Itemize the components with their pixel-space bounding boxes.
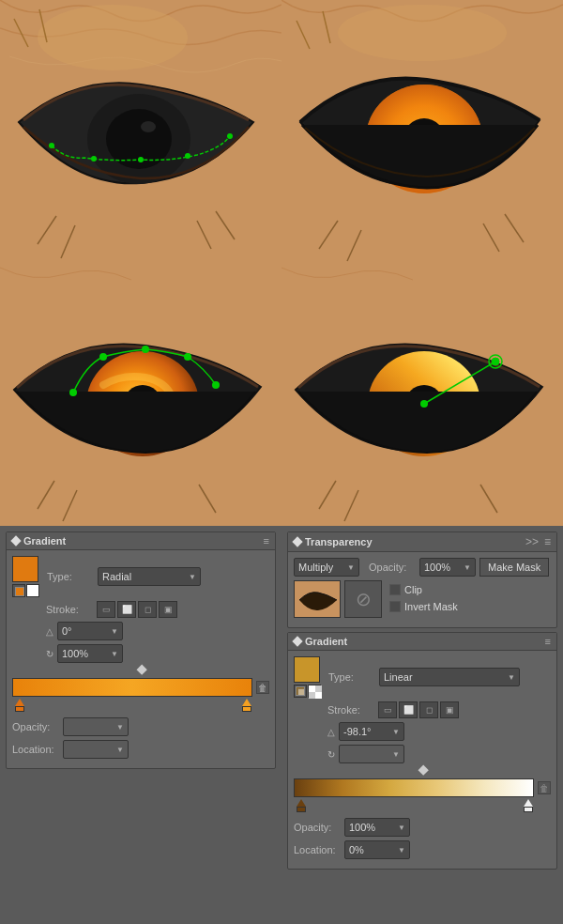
clip-label: Clip — [404, 584, 422, 595]
panel-header-left-title: Gradient — [12, 535, 66, 547]
left-angle-select[interactable]: 0° ▼ — [57, 622, 123, 640]
left-stop-left-triangle[interactable] — [15, 699, 24, 706]
left-stop-right-swatch[interactable] — [242, 706, 251, 712]
transparency-header-title: Transparency — [294, 536, 373, 547]
transparency-panel-header[interactable]: Transparency >> ≡ — [288, 532, 556, 552]
left-opacity-row: Opacity: ▼ — [12, 717, 269, 736]
left-opacity-arrow: ▼ — [116, 723, 124, 732]
right-stroke-btn-3[interactable]: ◻ — [419, 701, 438, 718]
right-gradient-diamond-handle[interactable] — [418, 765, 429, 776]
eye-image-1 — [0, 0, 282, 263]
right-type-row: Type: Linear ▼ — [294, 656, 551, 698]
right-stop-right-triangle[interactable] — [524, 799, 533, 807]
right-swatch-bg[interactable] — [308, 685, 321, 698]
transparency-menu-icon[interactable]: ≡ — [544, 535, 551, 548]
right-scale-select[interactable]: ▼ — [339, 745, 404, 763]
stroke-btn-1[interactable]: ▭ — [97, 601, 115, 618]
stroke-btn-2[interactable]: ⬜ — [117, 601, 136, 618]
left-type-select[interactable]: Radial ▼ — [98, 567, 201, 586]
invert-mask-row: Invert Mask — [389, 601, 458, 612]
right-type-select[interactable]: Linear ▼ — [379, 668, 520, 686]
right-angle-arrow: ▼ — [392, 728, 400, 736]
right-scale-arrow: ▼ — [392, 750, 400, 759]
right-opacity-label: Opacity: — [294, 822, 341, 833]
right-gradient-header[interactable]: Gradient ≡ — [288, 633, 556, 651]
right-gradient-title-text: Gradient — [305, 636, 347, 647]
right-location-label: Location: — [294, 844, 341, 855]
svg-point-9 — [227, 133, 233, 139]
stroke-btn-4[interactable]: ▣ — [159, 601, 177, 618]
left-gradient-panel-header[interactable]: Gradient ≡ — [7, 532, 275, 550]
left-swatch-fg[interactable] — [12, 584, 25, 597]
svg-point-8 — [185, 153, 190, 159]
left-gradient-header-right: ≡ — [264, 535, 269, 547]
right-stroke-buttons: ▭ ⬜ ◻ ▣ — [378, 701, 459, 718]
right-stop-left-swatch[interactable] — [297, 807, 306, 812]
svg-point-6 — [91, 156, 97, 162]
left-opacity-select[interactable]: ▼ — [63, 717, 129, 736]
right-opacity-value: 100% — [349, 822, 375, 833]
clip-checkbox[interactable] — [389, 584, 401, 595]
left-gradient-diamond-handle[interactable] — [137, 665, 147, 675]
transparency-expand-icon[interactable]: >> — [525, 535, 539, 548]
right-stroke-btn-2[interactable]: ⬜ — [399, 701, 418, 718]
right-gradient-bar[interactable] — [294, 778, 534, 797]
transparency-mode-arrow: ▼ — [347, 563, 355, 572]
right-stroke-btn-4[interactable]: ▣ — [440, 701, 459, 718]
right-stroke-btn-1[interactable]: ▭ — [378, 701, 397, 718]
left-gradient-panel: Gradient ≡ — [6, 531, 276, 769]
make-mask-button[interactable]: Make Mask — [479, 558, 549, 577]
right-gradient-bar-wrapper: 🗑 — [294, 769, 551, 812]
right-location-select[interactable]: 0% ▼ — [344, 840, 410, 859]
left-type-value: Radial — [102, 571, 131, 582]
left-opacity-label: Opacity: — [12, 721, 59, 732]
left-angle-value: 0° — [62, 625, 72, 637]
left-stop-left-swatch[interactable] — [15, 706, 24, 712]
right-gradient-delete[interactable]: 🗑 — [538, 781, 551, 794]
right-location-value: 0% — [349, 844, 364, 855]
right-angle-select[interactable]: -98.1° ▼ — [339, 722, 404, 741]
left-swatch-bg[interactable] — [26, 584, 39, 597]
transparency-mask-row: ⊘ Clip Invert Mask — [294, 580, 551, 618]
right-gradient-header-title: Gradient — [294, 636, 347, 647]
transparency-no-mask[interactable]: ⊘ — [344, 580, 382, 618]
stroke-btn-3[interactable]: ◻ — [138, 601, 157, 618]
eye-image-2 — [282, 0, 563, 263]
left-angle-row: △ 0° ▼ — [12, 622, 269, 640]
left-gradient-menu-icon[interactable]: ≡ — [264, 535, 269, 547]
stroke-label: Stroke: — [46, 604, 93, 615]
left-gradient-swatch-main[interactable] — [12, 556, 38, 582]
left-location-label: Location: — [12, 744, 59, 755]
right-opacity-select[interactable]: 100% ▼ — [344, 818, 410, 837]
svg-point-1 — [38, 5, 188, 70]
right-stop-left-triangle[interactable] — [297, 799, 306, 807]
transparency-object-thumb[interactable] — [294, 580, 341, 618]
right-type-arrow: ▼ — [508, 673, 515, 682]
right-stop-right-swatch[interactable] — [524, 807, 533, 812]
eye-image-3 — [0, 263, 282, 526]
right-gradient-menu-icon[interactable]: ≡ — [545, 636, 551, 647]
left-gradient-bar[interactable] — [12, 678, 252, 697]
transparency-mode-row: Multiply ▼ Opacity: 100% ▼ Make Mask — [294, 558, 551, 577]
transparency-mode-select[interactable]: Multiply ▼ — [294, 558, 359, 577]
right-swatch-fg[interactable] — [294, 685, 307, 698]
left-gradient-delete[interactable]: 🗑 — [256, 681, 269, 694]
right-gradient-main-swatch[interactable] — [294, 656, 320, 683]
right-angle-row: △ -98.1° ▼ — [294, 722, 551, 741]
left-scale-value: 100% — [62, 648, 88, 659]
left-scale-select[interactable]: 100% ▼ — [57, 644, 123, 663]
transparency-title-text: Transparency — [305, 536, 373, 547]
right-location-arrow: ▼ — [398, 846, 405, 855]
left-type-row: Type: Radial ▼ — [12, 556, 269, 597]
svg-point-11 — [338, 5, 507, 61]
right-panel: Transparency >> ≡ Multiply ▼ Opacity: 10… — [282, 526, 563, 924]
left-location-select[interactable]: ▼ — [63, 740, 129, 759]
left-stop-right-triangle[interactable] — [242, 699, 251, 706]
right-scale-row: ↻ ▼ — [294, 745, 551, 763]
transparency-header-icons: >> ≡ — [525, 535, 551, 548]
transparency-panel: Transparency >> ≡ Multiply ▼ Opacity: 10… — [287, 531, 557, 628]
invert-mask-checkbox[interactable] — [389, 601, 401, 612]
transparency-opacity-select[interactable]: 100% ▼ — [419, 558, 476, 577]
invert-mask-label: Invert Mask — [404, 601, 458, 612]
transparency-mode-value: Multiply — [298, 562, 333, 573]
